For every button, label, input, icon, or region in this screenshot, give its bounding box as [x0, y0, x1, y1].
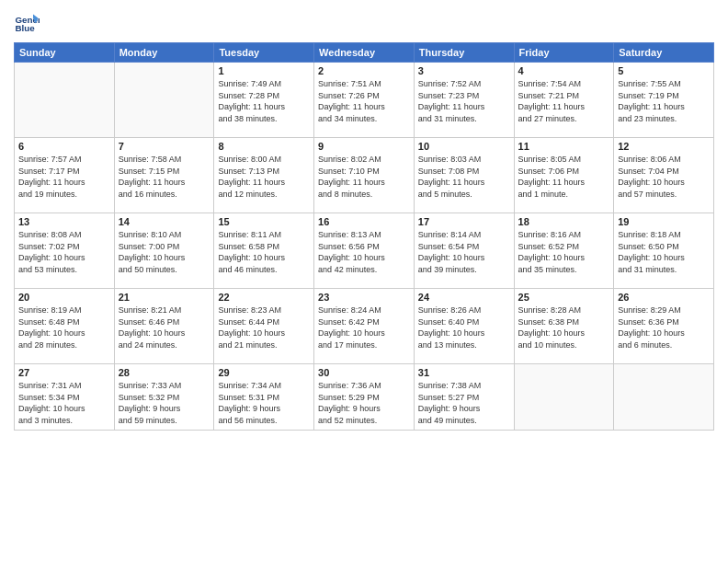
- calendar-cell: 15Sunrise: 8:11 AM Sunset: 6:58 PM Dayli…: [214, 213, 314, 289]
- day-number: 12: [618, 141, 710, 152]
- day-number: 1: [218, 65, 310, 76]
- calendar-cell: 13Sunrise: 8:08 AM Sunset: 7:02 PM Dayli…: [15, 213, 115, 289]
- calendar-cell: 19Sunrise: 8:18 AM Sunset: 6:50 PM Dayli…: [614, 213, 714, 289]
- day-info: Sunrise: 8:29 AM Sunset: 6:36 PM Dayligh…: [618, 304, 710, 350]
- calendar-cell: 4Sunrise: 7:54 AM Sunset: 7:21 PM Daylig…: [514, 63, 614, 138]
- day-number: 18: [518, 216, 610, 227]
- calendar-cell: 26Sunrise: 8:29 AM Sunset: 6:36 PM Dayli…: [614, 289, 714, 364]
- day-number: 23: [318, 292, 410, 303]
- day-info: Sunrise: 8:19 AM Sunset: 6:48 PM Dayligh…: [18, 304, 110, 350]
- weekday-header-sunday: Sunday: [15, 43, 115, 63]
- day-info: Sunrise: 8:16 AM Sunset: 6:52 PM Dayligh…: [518, 229, 610, 275]
- calendar-cell: 7Sunrise: 7:58 AM Sunset: 7:15 PM Daylig…: [114, 138, 214, 213]
- day-number: 20: [18, 292, 110, 303]
- calendar-cell: 8Sunrise: 8:00 AM Sunset: 7:13 PM Daylig…: [214, 138, 314, 213]
- week-row-5: 27Sunrise: 7:31 AM Sunset: 5:34 PM Dayli…: [15, 364, 714, 431]
- day-info: Sunrise: 8:03 AM Sunset: 7:08 PM Dayligh…: [418, 154, 510, 200]
- day-number: 31: [418, 367, 510, 378]
- calendar-cell: 29Sunrise: 7:34 AM Sunset: 5:31 PM Dayli…: [214, 364, 314, 431]
- calendar-cell: 22Sunrise: 8:23 AM Sunset: 6:44 PM Dayli…: [214, 289, 314, 364]
- day-info: Sunrise: 8:14 AM Sunset: 6:54 PM Dayligh…: [418, 229, 510, 275]
- calendar-cell: 21Sunrise: 8:21 AM Sunset: 6:46 PM Dayli…: [114, 289, 214, 364]
- day-number: 8: [218, 141, 310, 152]
- day-info: Sunrise: 7:38 AM Sunset: 5:27 PM Dayligh…: [418, 380, 510, 426]
- calendar-cell: [15, 63, 115, 138]
- day-info: Sunrise: 8:02 AM Sunset: 7:10 PM Dayligh…: [318, 154, 410, 200]
- calendar-cell: 17Sunrise: 8:14 AM Sunset: 6:54 PM Dayli…: [414, 213, 514, 289]
- day-info: Sunrise: 8:23 AM Sunset: 6:44 PM Dayligh…: [218, 304, 310, 350]
- weekday-header-saturday: Saturday: [614, 43, 714, 63]
- day-number: 30: [318, 367, 410, 378]
- day-info: Sunrise: 8:06 AM Sunset: 7:04 PM Dayligh…: [618, 154, 710, 200]
- calendar-cell: 6Sunrise: 7:57 AM Sunset: 7:17 PM Daylig…: [15, 138, 115, 213]
- day-number: 10: [418, 141, 510, 152]
- day-info: Sunrise: 7:57 AM Sunset: 7:17 PM Dayligh…: [18, 154, 110, 200]
- day-number: 19: [618, 216, 710, 227]
- calendar-cell: [614, 364, 714, 431]
- day-info: Sunrise: 8:10 AM Sunset: 7:00 PM Dayligh…: [119, 229, 210, 275]
- day-info: Sunrise: 8:08 AM Sunset: 7:02 PM Dayligh…: [18, 229, 110, 275]
- calendar-cell: 25Sunrise: 8:28 AM Sunset: 6:38 PM Dayli…: [514, 289, 614, 364]
- calendar-cell: [114, 63, 214, 138]
- week-row-2: 6Sunrise: 7:57 AM Sunset: 7:17 PM Daylig…: [15, 138, 714, 213]
- calendar-cell: 12Sunrise: 8:06 AM Sunset: 7:04 PM Dayli…: [614, 138, 714, 213]
- day-info: Sunrise: 8:24 AM Sunset: 6:42 PM Dayligh…: [318, 304, 410, 350]
- day-number: 11: [518, 141, 610, 152]
- day-number: 9: [318, 141, 410, 152]
- day-number: 5: [618, 65, 710, 76]
- day-number: 7: [119, 141, 210, 152]
- calendar-cell: 14Sunrise: 8:10 AM Sunset: 7:00 PM Dayli…: [114, 213, 214, 289]
- weekday-header-tuesday: Tuesday: [214, 43, 314, 63]
- calendar-cell: 24Sunrise: 8:26 AM Sunset: 6:40 PM Dayli…: [414, 289, 514, 364]
- week-row-1: 1Sunrise: 7:49 AM Sunset: 7:28 PM Daylig…: [15, 63, 714, 138]
- calendar-cell: [514, 364, 614, 431]
- day-info: Sunrise: 7:36 AM Sunset: 5:29 PM Dayligh…: [318, 380, 410, 426]
- calendar-cell: 30Sunrise: 7:36 AM Sunset: 5:29 PM Dayli…: [314, 364, 415, 431]
- calendar-cell: 23Sunrise: 8:24 AM Sunset: 6:42 PM Dayli…: [314, 289, 415, 364]
- day-number: 28: [119, 367, 210, 378]
- day-info: Sunrise: 7:34 AM Sunset: 5:31 PM Dayligh…: [218, 380, 310, 426]
- calendar-cell: 10Sunrise: 8:03 AM Sunset: 7:08 PM Dayli…: [414, 138, 514, 213]
- day-number: 29: [218, 367, 310, 378]
- day-number: 6: [18, 141, 110, 152]
- calendar-cell: 20Sunrise: 8:19 AM Sunset: 6:48 PM Dayli…: [15, 289, 115, 364]
- day-number: 24: [418, 292, 510, 303]
- day-info: Sunrise: 8:00 AM Sunset: 7:13 PM Dayligh…: [218, 154, 310, 200]
- day-info: Sunrise: 7:31 AM Sunset: 5:34 PM Dayligh…: [18, 380, 110, 426]
- day-number: 25: [518, 292, 610, 303]
- calendar-cell: 11Sunrise: 8:05 AM Sunset: 7:06 PM Dayli…: [514, 138, 614, 213]
- week-row-4: 20Sunrise: 8:19 AM Sunset: 6:48 PM Dayli…: [15, 289, 714, 364]
- day-info: Sunrise: 8:05 AM Sunset: 7:06 PM Dayligh…: [518, 154, 610, 200]
- day-info: Sunrise: 7:51 AM Sunset: 7:26 PM Dayligh…: [318, 78, 410, 124]
- day-number: 2: [318, 65, 410, 76]
- calendar-cell: 16Sunrise: 8:13 AM Sunset: 6:56 PM Dayli…: [314, 213, 415, 289]
- day-number: 16: [318, 216, 410, 227]
- day-number: 13: [18, 216, 110, 227]
- day-number: 3: [418, 65, 510, 76]
- day-info: Sunrise: 7:58 AM Sunset: 7:15 PM Dayligh…: [119, 154, 210, 200]
- day-info: Sunrise: 8:13 AM Sunset: 6:56 PM Dayligh…: [318, 229, 410, 275]
- day-number: 15: [218, 216, 310, 227]
- day-number: 14: [119, 216, 210, 227]
- calendar-table: SundayMondayTuesdayWednesdayThursdayFrid…: [14, 42, 714, 431]
- day-info: Sunrise: 7:33 AM Sunset: 5:32 PM Dayligh…: [119, 380, 210, 426]
- weekday-header-row: SundayMondayTuesdayWednesdayThursdayFrid…: [15, 43, 714, 63]
- day-info: Sunrise: 8:11 AM Sunset: 6:58 PM Dayligh…: [218, 229, 310, 275]
- calendar-cell: 27Sunrise: 7:31 AM Sunset: 5:34 PM Dayli…: [15, 364, 115, 431]
- weekday-header-monday: Monday: [114, 43, 214, 63]
- weekday-header-thursday: Thursday: [414, 43, 514, 63]
- day-number: 21: [119, 292, 210, 303]
- day-number: 22: [218, 292, 310, 303]
- calendar-cell: 31Sunrise: 7:38 AM Sunset: 5:27 PM Dayli…: [414, 364, 514, 431]
- day-info: Sunrise: 8:18 AM Sunset: 6:50 PM Dayligh…: [618, 229, 710, 275]
- calendar-cell: 1Sunrise: 7:49 AM Sunset: 7:28 PM Daylig…: [214, 63, 314, 138]
- day-info: Sunrise: 7:52 AM Sunset: 7:23 PM Dayligh…: [418, 78, 510, 124]
- day-number: 27: [18, 367, 110, 378]
- day-info: Sunrise: 8:26 AM Sunset: 6:40 PM Dayligh…: [418, 304, 510, 350]
- calendar-cell: 5Sunrise: 7:55 AM Sunset: 7:19 PM Daylig…: [614, 63, 714, 138]
- svg-text:Blue: Blue: [15, 23, 35, 33]
- header: General Blue: [14, 9, 714, 35]
- day-info: Sunrise: 7:49 AM Sunset: 7:28 PM Dayligh…: [218, 78, 310, 124]
- day-number: 26: [618, 292, 710, 303]
- day-info: Sunrise: 8:28 AM Sunset: 6:38 PM Dayligh…: [518, 304, 610, 350]
